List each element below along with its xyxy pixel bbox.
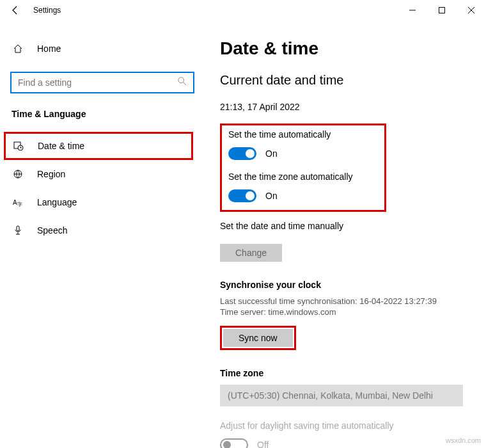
svg-line-3 [184, 83, 186, 85]
manual-label: Set the date and time manually [220, 221, 471, 231]
svg-text:A: A [13, 199, 17, 206]
sync-last: Last successful time synchronisation: 16… [220, 296, 471, 306]
window-title: Settings [31, 6, 61, 15]
svg-rect-9 [17, 226, 19, 231]
language-icon: A字 [12, 197, 24, 207]
close-button[interactable] [457, 0, 486, 20]
sync-server: Time server: time.windows.com [220, 307, 471, 317]
sidebar-item-date-time[interactable]: Date & time [4, 132, 193, 160]
maximize-button[interactable] [427, 0, 457, 20]
page-title: Date & time [220, 38, 471, 59]
calendar-clock-icon [12, 141, 25, 151]
globe-icon [12, 169, 24, 179]
auto-zone-label: Set the time zone automatically [228, 172, 378, 182]
sync-header: Synchronise your clock [220, 280, 471, 290]
auto-zone-state: On [265, 191, 278, 201]
change-button: Change [220, 244, 282, 262]
auto-settings-highlight: Set the time automatically On Set the ti… [220, 124, 386, 212]
sidebar-item-region[interactable]: Region [5, 160, 200, 188]
sidebar-item-language[interactable]: A字 Language [5, 188, 200, 216]
tz-header: Time zone [220, 368, 471, 378]
sync-now-button[interactable]: Sync now [223, 329, 293, 347]
minimize-button[interactable] [398, 0, 427, 20]
sidebar-item-label: Region [37, 169, 65, 179]
watermark: wsxdn.com [446, 436, 481, 444]
search-box[interactable] [10, 72, 194, 93]
page-subtitle: Current date and time [220, 73, 471, 88]
svg-point-2 [178, 77, 184, 83]
timezone-select: (UTC+05:30) Chennai, Kolkata, Mumbai, Ne… [220, 385, 463, 406]
home-nav[interactable]: Home [5, 36, 200, 61]
home-icon [12, 44, 24, 54]
auto-time-state: On [265, 148, 278, 159]
search-icon [178, 77, 187, 88]
search-input[interactable] [18, 77, 178, 88]
auto-time-label: Set the time automatically [228, 129, 378, 140]
sidebar-item-label: Date & time [38, 141, 84, 151]
dst-state: Off [257, 440, 269, 448]
dst-toggle [220, 438, 248, 448]
back-button[interactable] [0, 0, 31, 20]
sidebar-item-speech[interactable]: Speech [5, 216, 200, 244]
sidebar-item-label: Speech [37, 225, 67, 236]
section-header: Time & Language [5, 109, 200, 119]
sidebar-item-label: Language [37, 197, 77, 207]
svg-text:字: 字 [17, 202, 22, 207]
current-datetime: 21:13, 17 April 2022 [220, 102, 471, 112]
sync-highlight: Sync now [220, 326, 296, 350]
auto-zone-toggle[interactable] [228, 189, 256, 202]
home-label: Home [37, 44, 61, 54]
timezone-value: (UTC+05:30) Chennai, Kolkata, Mumbai, Ne… [228, 390, 433, 401]
auto-time-toggle[interactable] [228, 147, 256, 160]
svg-rect-1 [439, 8, 445, 13]
microphone-icon [12, 225, 24, 236]
dst-label: Adjust for daylight saving time automati… [220, 420, 471, 431]
